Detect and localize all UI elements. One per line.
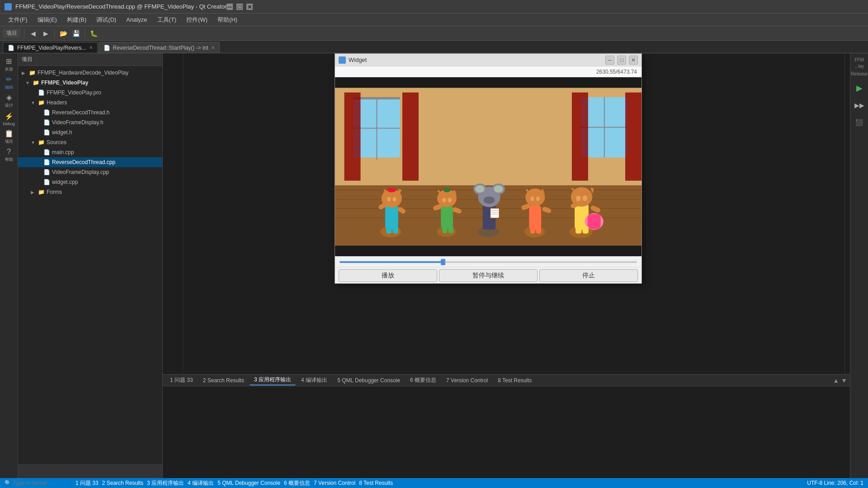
run-debug-button[interactable]: ▶▶ <box>852 98 867 113</box>
sidebar-edit[interactable]: ✏ 编辑 <box>1 75 17 90</box>
file-icon: 📄 <box>43 129 50 136</box>
expand-arrow: ▼ <box>31 140 36 145</box>
project-selector[interactable]: 项目 <box>3 28 21 38</box>
project-panel-title: 项目 <box>22 56 33 63</box>
out-tab-search[interactable]: 2 Search Results <box>198 375 249 385</box>
expand-arrow: ▶ <box>22 70 27 75</box>
file-icon: 📄 <box>43 179 50 185</box>
tree-item[interactable]: ▼ 📁 Headers <box>18 98 162 108</box>
widget-coords-value: 2630.55/6473.74 <box>596 69 637 75</box>
tree-item[interactable]: ▶ 📁 Forms <box>18 187 162 197</box>
svg-rect-17 <box>625 93 642 181</box>
tab-1-close[interactable]: ✕ <box>211 45 215 50</box>
tree-item[interactable]: 📄 widget.cpp <box>18 177 162 187</box>
svg-point-23 <box>387 188 396 192</box>
menu-file[interactable]: 文件(F) <box>4 14 32 25</box>
tree-item[interactable]: ▼ 📁 FFMPE_VideoPlay <box>18 78 162 88</box>
widget-maximize[interactable]: □ <box>617 56 626 65</box>
minimize-button[interactable]: ─ <box>226 4 233 10</box>
status-overview[interactable]: 6 概要信息 <box>284 479 310 487</box>
status-compile[interactable]: 4 编译输出 <box>188 479 214 487</box>
sidebar-help[interactable]: ? 帮助 <box>1 147 17 163</box>
maximize-button[interactable]: □ <box>236 4 243 10</box>
tree-item[interactable]: 📄 VideoFrameDisplay.h <box>18 117 162 127</box>
menu-analyze[interactable]: Analyze <box>122 15 151 24</box>
status-search-results[interactable]: 2 Search Results <box>102 480 143 486</box>
run-panel-label: FFM...lay <box>854 57 864 70</box>
toolbar-sep-2 <box>54 29 55 38</box>
expand-arrow: ▶ <box>31 190 36 195</box>
menu-edit[interactable]: 编辑(E) <box>33 14 61 25</box>
tab-1[interactable]: 📄 ReverseDecodThread::StartPlay() -> int… <box>99 42 220 53</box>
stop-run-button[interactable]: ⬛ <box>852 115 867 130</box>
tree-item[interactable]: 📄 FFMPE_VideoPlay.pro <box>18 88 162 98</box>
status-vcs[interactable]: 7 Version Control <box>314 480 355 486</box>
svg-point-62 <box>576 196 580 201</box>
stop-button[interactable]: 停止 <box>539 269 638 282</box>
menu-help[interactable]: 帮助(H) <box>213 14 242 25</box>
run-panel: FFM...lay Release ▶ ▶▶ ⬛ <box>850 53 868 478</box>
output-scroll-down[interactable]: ▼ <box>841 377 847 384</box>
status-type-search[interactable]: 🔍 <box>5 480 72 486</box>
save-button[interactable]: 💾 <box>71 28 81 39</box>
widget-close[interactable]: ✕ <box>629 56 638 65</box>
out-tab-tests[interactable]: 8 Test Results <box>493 375 536 385</box>
menu-build[interactable]: 构建(B) <box>62 14 91 25</box>
run-button[interactable]: ▶ <box>852 80 867 96</box>
tree-label: VideoFrameDisplay.h <box>52 119 104 126</box>
debug-icon: ⚡ <box>5 112 14 121</box>
scrollbar-right[interactable] <box>844 53 850 374</box>
widget-video <box>335 77 642 256</box>
svg-rect-19 <box>385 204 398 230</box>
widget-minimize[interactable]: ─ <box>605 56 614 65</box>
tree-item[interactable]: 📄 ReverseDecodThread.h <box>18 108 162 117</box>
out-tab-compile[interactable]: 4 编译输出 <box>297 375 332 385</box>
out-tab-issues[interactable]: 1 问题 33 <box>165 375 198 385</box>
output-panel: 1 问题 33 2 Search Results 3 应用程序输出 4 编译输出… <box>163 374 850 478</box>
search-input[interactable] <box>22 469 112 475</box>
out-tab-app-output[interactable]: 3 应用程序输出 <box>250 375 296 385</box>
tree-item[interactable]: 📄 VideoFrameDisplay.cpp <box>18 167 162 177</box>
tree-item[interactable]: ▶ 📁 FFMPE_HardwareDecode_VideoPlay <box>18 68 162 78</box>
svg-rect-54 <box>448 226 453 233</box>
status-search-input[interactable] <box>13 480 72 486</box>
menu-debug[interactable]: 调试(D) <box>92 14 121 25</box>
pause-resume-button[interactable]: 暂停与继续 <box>439 269 538 282</box>
expand-arrow: ▼ <box>25 80 31 85</box>
progress-track[interactable] <box>340 261 637 263</box>
output-scroll-up[interactable]: ▲ <box>833 377 839 384</box>
sidebar-project[interactable]: 📋 项目 <box>1 129 17 145</box>
file-icon: 📄 <box>43 169 50 175</box>
debug-button[interactable]: 🐛 <box>88 28 99 39</box>
back-button[interactable]: ◀ <box>28 28 38 39</box>
out-tab-vcs[interactable]: 7 Version Control <box>442 375 492 385</box>
status-tests[interactable]: 8 Test Results <box>359 480 393 486</box>
tab-0-close[interactable]: ✕ <box>89 45 93 50</box>
sidebar-debug[interactable]: ⚡ Debug <box>1 111 17 127</box>
progress-thumb[interactable] <box>441 259 445 265</box>
close-button[interactable]: ✕ <box>246 4 253 10</box>
play-button[interactable]: 播放 <box>339 269 437 282</box>
tree-label: widget.cpp <box>52 179 78 185</box>
sidebar-design[interactable]: ◈ 设计 <box>1 93 17 108</box>
tree-item[interactable]: 📄 widget.h <box>18 127 162 137</box>
tab-1-icon: 📄 <box>104 45 110 51</box>
tree-item[interactable]: 📄 ReverseDecodThread.cpp <box>18 157 162 167</box>
project-icon: 📋 <box>5 129 14 138</box>
menu-tools[interactable]: 工具(T) <box>153 14 181 25</box>
open-button[interactable]: 📂 <box>58 28 69 39</box>
status-issues[interactable]: 1 问题 33 <box>75 479 99 487</box>
svg-point-73 <box>530 197 534 201</box>
out-tab-overview[interactable]: 6 概要信息 <box>406 375 441 385</box>
out-tab-qml[interactable]: 5 QML Debugger Console <box>333 375 405 385</box>
tree-item[interactable]: 📄 main.cpp <box>18 147 162 157</box>
status-app-output[interactable]: 3 应用程序输出 <box>147 479 184 487</box>
tab-0[interactable]: 📄 FFMPE_VideoPlay/Revers... ✕ <box>3 42 98 53</box>
menu-controls[interactable]: 控件(W) <box>182 14 212 25</box>
tree-item[interactable]: ▼ 📁 Sources <box>18 137 162 147</box>
sidebar-icons: ⊞ 欢迎 ✏ 编辑 ◈ 设计 ⚡ Debug 📋 项目 ? 帮助 <box>0 53 18 478</box>
status-qml[interactable]: 5 QML Debugger Console <box>217 480 280 486</box>
sidebar-welcome[interactable]: ⊞ 欢迎 <box>1 57 17 72</box>
forward-button[interactable]: ▶ <box>40 28 51 39</box>
title-bar: FFMPE_VideoPlay/ReverseDecodThread.cpp @… <box>0 0 868 14</box>
